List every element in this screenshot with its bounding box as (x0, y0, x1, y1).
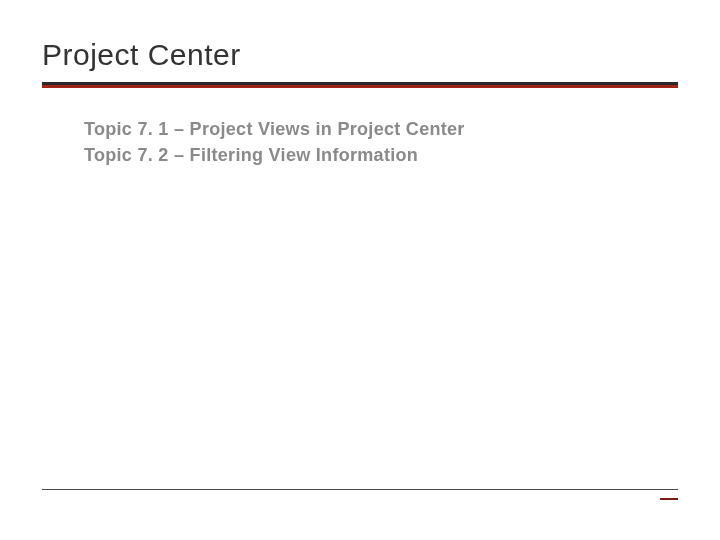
footer-accent-tick (660, 498, 678, 500)
slide: Project Center Topic 7. 1 – Project View… (0, 0, 720, 540)
title-rule-accent (42, 85, 678, 88)
topics-list: Topic 7. 1 – Project Views in Project Ce… (42, 116, 678, 168)
topic-item: Topic 7. 1 – Project Views in Project Ce… (84, 116, 678, 142)
topic-item: Topic 7. 2 – Filtering View Information (84, 142, 678, 168)
page-title: Project Center (42, 38, 678, 82)
footer-rule (42, 489, 678, 490)
